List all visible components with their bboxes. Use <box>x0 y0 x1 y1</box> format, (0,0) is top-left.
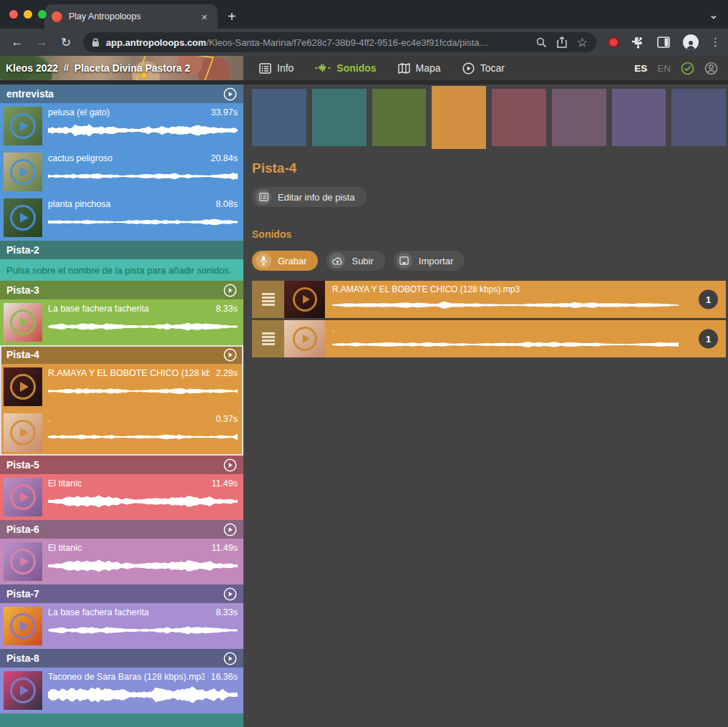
track-play-button[interactable] <box>223 587 237 601</box>
audio-clip[interactable]: pelusa (el gato) 33.97s <box>0 103 243 149</box>
zoom-page-icon[interactable] <box>536 37 547 48</box>
sound-play-icon[interactable] <box>293 287 317 312</box>
audio-clip[interactable]: R.AMAYA Y EL BOBOTE CHICO (128 kbps)....… <box>0 364 243 410</box>
track-play-button[interactable] <box>223 87 237 101</box>
close-window-button[interactable] <box>9 10 18 19</box>
clip-play-icon[interactable] <box>10 159 36 185</box>
drag-handle-icon[interactable] <box>252 320 284 357</box>
track-swatch[interactable] <box>432 86 486 149</box>
sidebar-track-header[interactable]: Pista-5 <box>0 456 243 474</box>
clip-duration: 11.49s <box>211 543 238 553</box>
sound-thumbnail[interactable] <box>284 281 325 318</box>
track-swatch[interactable] <box>252 89 306 146</box>
recorder-extension-icon[interactable] <box>608 37 619 48</box>
address-bar[interactable]: app.antropoloops.com /Kleos-Santa-Marina… <box>83 32 596 52</box>
record-button[interactable]: Grabar <box>252 251 318 271</box>
clip-thumbnail[interactable] <box>4 107 42 145</box>
tab-info-label: Info <box>277 62 293 74</box>
bookmark-star-icon[interactable]: ☆ <box>577 35 588 50</box>
forward-button[interactable]: → <box>31 35 52 49</box>
minimize-window-button[interactable] <box>24 10 32 19</box>
track-swatch[interactable] <box>552 89 606 146</box>
drag-handle-icon[interactable] <box>252 281 284 318</box>
browser-toolbar: ← → ↻ app.antropoloops.com /Kleos-Santa-… <box>0 29 728 56</box>
sidebar-track-header[interactable]: Pista-3 <box>0 281 243 299</box>
clip-thumbnail[interactable] <box>4 542 42 581</box>
clip-play-icon[interactable] <box>10 484 36 510</box>
clip-play-icon[interactable] <box>10 613 36 639</box>
tab-mapa[interactable]: Mapa <box>398 62 441 74</box>
browser-menu-icon[interactable]: ⋮ <box>710 36 721 49</box>
clip-play-icon[interactable] <box>10 205 36 231</box>
audio-clip[interactable]: . 0.37s <box>0 410 243 456</box>
sidebar-track-list: entrevista pelusa (el gato) 33.97s cactu… <box>0 85 243 713</box>
account-icon[interactable] <box>704 62 718 75</box>
new-tab-button[interactable]: + <box>228 4 236 29</box>
audio-clip[interactable]: planta pinchosa 8.08s <box>0 195 243 241</box>
clip-play-icon[interactable] <box>10 549 36 574</box>
track-play-button[interactable] <box>223 284 237 297</box>
sound-row[interactable]: R.AMAYA Y EL BOBOTE CHICO (128 kbps).mp3… <box>252 281 726 318</box>
clip-thumbnail[interactable] <box>4 198 42 237</box>
clip-play-icon[interactable] <box>10 420 36 446</box>
audio-clip[interactable]: El titanic 11.49s <box>0 539 243 584</box>
clip-play-icon[interactable] <box>10 309 36 335</box>
clip-thumbnail[interactable] <box>4 303 42 342</box>
back-button[interactable]: ← <box>7 35 27 49</box>
side-panel-icon[interactable] <box>657 37 670 48</box>
audio-clip[interactable]: La base fachera facherita 8.33s <box>0 603 243 649</box>
tab-sonidos[interactable]: Sonidos <box>315 62 376 74</box>
tab-info[interactable]: Info <box>259 62 293 74</box>
clip-thumbnail[interactable] <box>4 153 42 191</box>
tab-search-chevron-icon[interactable]: ⌄ <box>709 9 718 21</box>
track-swatch[interactable] <box>372 89 427 146</box>
reload-button[interactable]: ↻ <box>56 35 76 50</box>
sound-thumbnail[interactable] <box>284 320 325 357</box>
clip-play-icon[interactable] <box>10 678 36 703</box>
share-icon[interactable] <box>557 37 567 48</box>
track-play-button[interactable] <box>223 523 237 536</box>
track-play-button[interactable] <box>223 652 237 665</box>
clip-thumbnail[interactable] <box>4 478 42 516</box>
sidebar-track-header[interactable]: Pista-2 <box>0 241 243 259</box>
upload-button[interactable]: Subir <box>326 251 384 271</box>
browser-tab[interactable]: Play Antropoloops × <box>44 4 218 29</box>
sidebar-track-header[interactable]: Pista-7 <box>0 584 243 603</box>
clip-play-icon[interactable] <box>10 113 36 139</box>
lang-en[interactable]: EN <box>657 63 671 74</box>
breadcrumb-scene[interactable]: Placeta Divina Pastora 2 <box>74 62 190 74</box>
audio-clip[interactable]: El titanic 11.49s <box>0 474 243 520</box>
sidebar-track-header[interactable]: Pista-4 <box>0 345 243 364</box>
clip-thumbnail[interactable] <box>4 413 42 452</box>
sound-row[interactable]: . 1 <box>252 320 726 357</box>
audio-clip[interactable]: Taconeo de Sara Baras (128 kbps).mp3 16.… <box>0 668 243 713</box>
sound-play-icon[interactable] <box>293 327 317 351</box>
import-button[interactable]: Importar <box>393 251 465 271</box>
clip-thumbnail[interactable] <box>4 607 42 645</box>
extensions-puzzle-icon[interactable] <box>632 37 644 49</box>
audio-clip[interactable]: La base fachera facherita 8.33s <box>0 299 243 345</box>
sidebar-track-header[interactable]: Pista-6 <box>0 520 243 539</box>
track-swatch[interactable] <box>312 89 367 146</box>
track-swatch[interactable] <box>492 89 546 146</box>
clip-waveform <box>48 316 238 337</box>
track-swatch[interactable] <box>612 89 666 146</box>
tab-tocar[interactable]: Tocar <box>462 62 505 74</box>
map-thumbnail[interactable]: Kleos 2022 // Placeta Divina Pastora 2 <box>0 56 243 80</box>
breadcrumb-project[interactable]: Kleos 2022 <box>6 62 58 74</box>
zoom-window-button[interactable] <box>38 10 47 19</box>
track-play-button[interactable] <box>223 458 237 472</box>
sidebar-track-header[interactable]: Pista-8 <box>0 649 243 668</box>
lang-es[interactable]: ES <box>634 63 647 74</box>
profile-avatar[interactable] <box>683 34 699 50</box>
audio-clip[interactable]: cactus peligroso 20.84s <box>0 149 243 195</box>
edit-track-info-button[interactable]: Editar info de pista <box>252 187 367 207</box>
clip-thumbnail[interactable] <box>4 671 42 710</box>
clip-thumbnail[interactable] <box>4 367 42 406</box>
sidebar-track-header[interactable]: entrevista <box>0 85 243 103</box>
track-swatch[interactable] <box>671 89 726 146</box>
tab-close-icon[interactable]: × <box>198 11 210 23</box>
clip-play-icon[interactable] <box>10 374 36 400</box>
track-play-button[interactable] <box>223 348 237 362</box>
sync-check-icon[interactable] <box>681 62 694 75</box>
